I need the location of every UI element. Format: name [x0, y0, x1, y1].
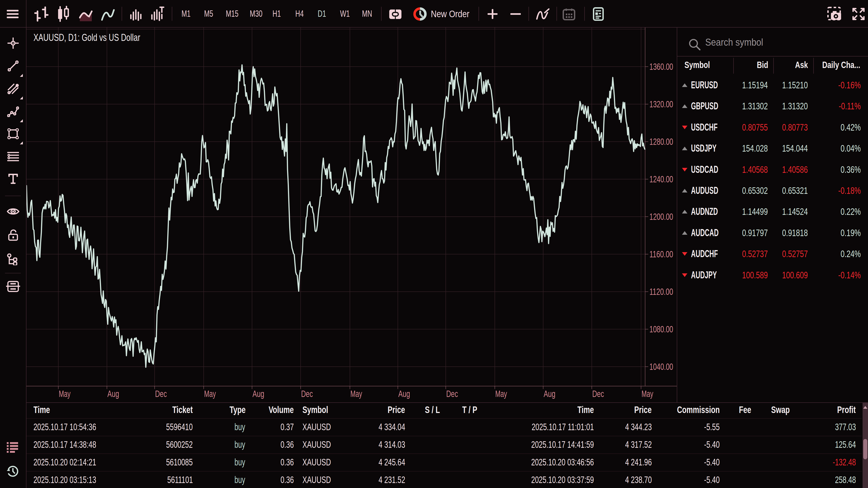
svg-text:1320.00: 1320.00 [649, 99, 673, 109]
svg-text:May: May [59, 389, 70, 399]
svg-text:1360.00: 1360.00 [649, 62, 673, 72]
svg-text:May: May [495, 389, 507, 399]
svg-text:May: May [642, 389, 653, 399]
svg-text:1040.00: 1040.00 [649, 362, 673, 372]
svg-text:Dec: Dec [301, 389, 313, 399]
svg-text:Dec: Dec [446, 389, 458, 399]
svg-text:Aug: Aug [107, 389, 119, 399]
svg-text:Dec: Dec [155, 389, 167, 399]
svg-text:Aug: Aug [398, 389, 410, 399]
svg-text:Dec: Dec [592, 389, 604, 399]
svg-text:1120.00: 1120.00 [649, 287, 673, 297]
svg-text:1280.00: 1280.00 [649, 137, 673, 147]
svg-text:May: May [204, 389, 216, 399]
svg-text:1080.00: 1080.00 [649, 324, 673, 334]
svg-text:1240.00: 1240.00 [649, 174, 673, 184]
svg-text:Aug: Aug [252, 389, 264, 399]
svg-text:1200.00: 1200.00 [649, 212, 673, 222]
svg-text:Aug: Aug [544, 389, 555, 399]
svg-text:May: May [350, 389, 362, 399]
svg-text:1160.00: 1160.00 [649, 249, 673, 259]
